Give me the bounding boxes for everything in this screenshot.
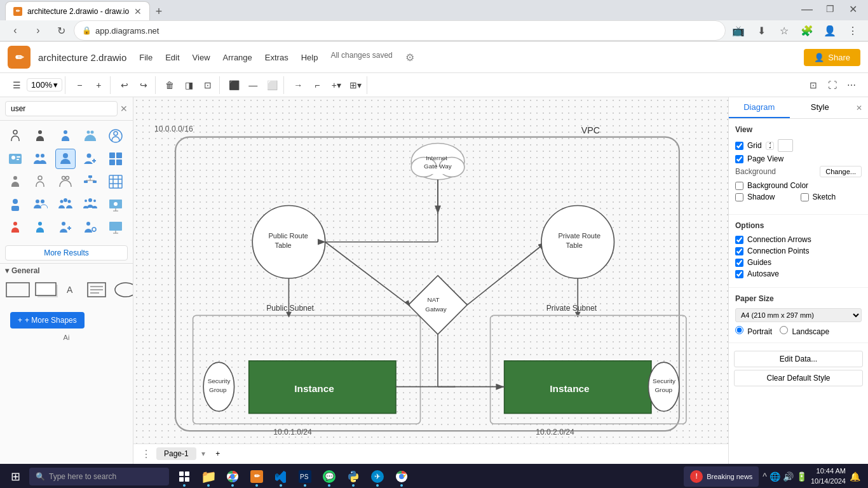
cast-btn[interactable]: 📺 xyxy=(728,20,749,41)
page-add-btn[interactable]: + xyxy=(210,446,226,461)
page-view-checkbox[interactable] xyxy=(735,155,743,163)
add-btn[interactable]: +▾ xyxy=(327,76,345,94)
panel-close-btn[interactable]: ✕ xyxy=(850,97,868,118)
profile-btn[interactable]: 👤 xyxy=(820,20,840,41)
start-button[interactable]: ⊞ xyxy=(3,464,28,488)
taskbar-vscode[interactable] xyxy=(269,465,292,488)
shape-org-chart[interactable] xyxy=(80,172,100,192)
bg-color-checkbox[interactable] xyxy=(735,182,743,190)
paper-size-select[interactable]: A4 (210 mm x 297 mm) Letter (8.5 x 11 in… xyxy=(735,308,862,322)
shape-user-card[interactable] xyxy=(5,149,25,169)
more-shapes-btn[interactable]: + + More Shapes xyxy=(10,312,85,329)
diagram-svg[interactable]: VPC 10.0.0.0/16 Internet Gate Wa xyxy=(133,97,728,464)
shape-persons-2[interactable] xyxy=(30,194,50,215)
taskbar-whatsapp[interactable]: 💬 xyxy=(318,465,341,488)
landscape-radio[interactable] xyxy=(780,326,788,334)
delete-btn[interactable]: 🗑 xyxy=(161,76,179,94)
shape-btn[interactable]: ⬜ xyxy=(263,76,281,94)
zoom-display[interactable]: 100% ▾ xyxy=(27,78,62,92)
url-bar[interactable]: 🔒 app.diagrams.net xyxy=(74,20,726,41)
new-tab-btn[interactable]: + xyxy=(150,3,168,20)
tab-close-btn[interactable]: ✕ xyxy=(134,6,142,17)
copy-style-btn[interactable]: ◨ xyxy=(180,76,198,94)
portrait-radio[interactable] xyxy=(735,326,743,334)
zoom-out-btn[interactable]: − xyxy=(71,76,88,94)
page-options-btn[interactable]: ▾ xyxy=(199,448,208,459)
zoom-in-btn[interactable]: + xyxy=(90,76,107,94)
shape-persons-add[interactable] xyxy=(55,217,76,238)
paste-style-btn[interactable]: ⊡ xyxy=(199,76,217,94)
network-icon[interactable]: 🌐 xyxy=(770,471,780,482)
extension-btn[interactable]: 🧩 xyxy=(797,20,817,41)
shape-person-group[interactable] xyxy=(80,126,100,146)
portrait-option[interactable]: Portrait xyxy=(735,326,772,336)
shape-person-blue[interactable] xyxy=(55,126,76,146)
grid-checkbox[interactable] xyxy=(735,142,743,150)
notification-bell-icon[interactable]: 🔔 xyxy=(850,471,860,482)
shape-persons-group[interactable] xyxy=(80,194,100,215)
taskbar-time[interactable]: 10:44 AM 10/14/2024 xyxy=(811,466,846,486)
shadow-checkbox[interactable] xyxy=(735,193,743,201)
more-results-btn[interactable]: More Results xyxy=(5,245,128,261)
diagram-tab[interactable]: Diagram xyxy=(729,97,790,118)
search-clear-btn[interactable]: ✕ xyxy=(120,104,128,114)
autosave-checkbox[interactable] xyxy=(735,270,743,278)
shape-settings-group[interactable] xyxy=(80,217,100,238)
sketch-checkbox[interactable] xyxy=(801,193,809,201)
shape-users-blue[interactable] xyxy=(30,149,50,169)
back-btn[interactable]: ‹ xyxy=(5,20,25,41)
shape-monitor[interactable] xyxy=(105,217,126,238)
connection-points-checkbox[interactable] xyxy=(735,247,743,255)
taskbar-chrome[interactable] xyxy=(221,465,244,488)
full-screen-btn[interactable]: ⛶ xyxy=(824,76,841,94)
shape-spreadsheet[interactable] xyxy=(105,172,126,192)
taskbar-drawio[interactable]: ✏ xyxy=(245,465,268,488)
menu-help[interactable]: Help xyxy=(296,51,323,64)
chevron-up-icon[interactable]: ^ xyxy=(763,471,767,482)
connection-btn[interactable]: → xyxy=(289,76,307,94)
clear-style-btn[interactable]: Clear Default Style xyxy=(734,370,863,386)
menu-edit[interactable]: Edit xyxy=(160,51,184,64)
shape-person-red[interactable] xyxy=(5,217,25,238)
minimize-btn[interactable]: — xyxy=(797,0,817,18)
page-1-tab[interactable]: Page-1 xyxy=(156,447,196,460)
settings-icon[interactable]: ⚙ xyxy=(405,51,414,64)
fill-color-btn[interactable]: ⬛ xyxy=(225,76,243,94)
refresh-btn[interactable]: ↻ xyxy=(51,20,71,41)
shape-note[interactable] xyxy=(86,281,109,298)
table-btn[interactable]: ⊞▾ xyxy=(346,76,364,94)
grid-color-swatch[interactable] xyxy=(778,139,793,152)
connection-arrows-checkbox[interactable] xyxy=(735,236,743,244)
more-options-btn[interactable]: ⋯ xyxy=(843,76,860,94)
menu-file[interactable]: File xyxy=(134,51,158,64)
taskbar-python[interactable] xyxy=(342,465,365,488)
taskbar-task-view[interactable] xyxy=(173,465,196,488)
redo-btn[interactable]: ↪ xyxy=(135,76,153,94)
shape-person-badge[interactable] xyxy=(5,194,25,215)
bookmark-btn[interactable]: ☆ xyxy=(774,20,794,41)
line-color-btn[interactable]: — xyxy=(244,76,262,94)
taskbar-chrome2[interactable] xyxy=(390,465,413,488)
taskbar-file-explorer[interactable]: 📁 xyxy=(197,465,220,488)
shape-person-circle[interactable] xyxy=(105,126,126,146)
battery-icon[interactable]: 🔋 xyxy=(796,471,807,482)
shape-rect[interactable] xyxy=(5,281,31,298)
volume-icon[interactable]: 🔊 xyxy=(783,471,794,482)
shape-user-add[interactable] xyxy=(80,149,100,169)
menu-arrange[interactable]: Arrange xyxy=(218,51,257,64)
menu-view[interactable]: View xyxy=(187,51,215,64)
shape-ellipse[interactable] xyxy=(113,281,133,298)
shape-text[interactable]: A xyxy=(64,281,83,298)
landscape-option[interactable]: Landscape xyxy=(780,326,829,336)
general-section-header[interactable]: ▾ General xyxy=(0,263,133,278)
grid-value-input[interactable] xyxy=(766,142,774,150)
canvas-area[interactable]: VPC 10.0.0.0/16 Internet Gate Wa xyxy=(133,97,728,464)
guides-checkbox[interactable] xyxy=(735,259,743,267)
shape-person-blue2[interactable] xyxy=(30,217,50,238)
menu-btn[interactable]: ⋮ xyxy=(843,20,863,41)
shape-persons-3[interactable] xyxy=(55,194,76,215)
style-tab[interactable]: Style xyxy=(790,97,851,118)
undo-btn[interactable]: ↩ xyxy=(116,76,133,94)
sidebar-toggle-btn[interactable]: ☰ xyxy=(8,76,25,94)
close-btn[interactable]: ✕ xyxy=(843,0,863,18)
